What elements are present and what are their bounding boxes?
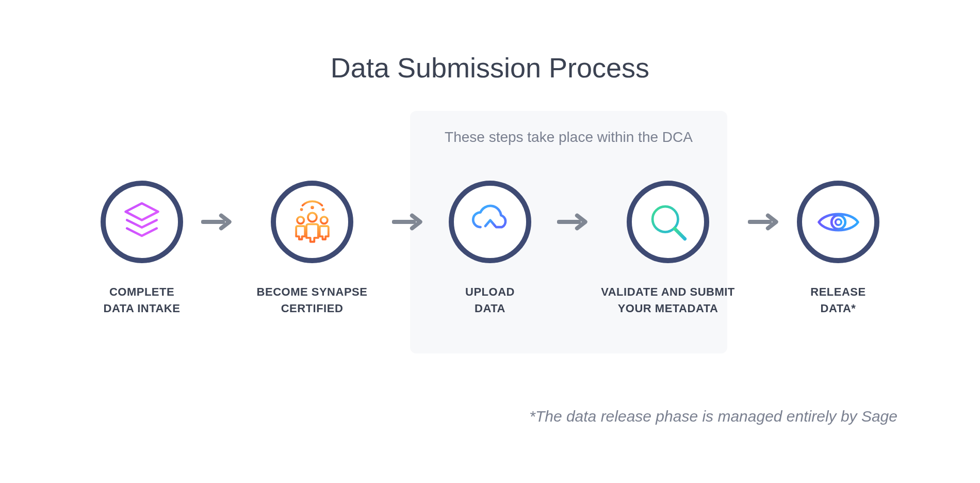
step-complete-data-intake: COMPLETE DATA INTAKE <box>83 181 201 317</box>
magnify-plus-icon <box>644 198 693 247</box>
arrow-icon <box>557 181 588 263</box>
step-label: RELEASE DATA* <box>810 284 865 317</box>
step-upload-data: UPLOAD DATA <box>423 181 557 317</box>
step-circle <box>101 181 183 263</box>
step-label: UPLOAD DATA <box>465 284 515 317</box>
arrow-icon <box>201 181 232 263</box>
people-icon <box>288 198 337 247</box>
step-label: COMPLETE DATA INTAKE <box>104 284 181 317</box>
layers-icon <box>119 199 165 245</box>
step-label: BECOME SYNAPSE CERTIFIED <box>257 284 368 317</box>
svg-point-2 <box>300 207 303 211</box>
svg-point-16 <box>835 219 841 224</box>
arrow-icon <box>748 181 779 263</box>
step-circle <box>271 181 353 263</box>
step-circle <box>797 181 879 263</box>
svg-point-1 <box>311 205 314 209</box>
process-flow: COMPLETE DATA INTAKE <box>0 181 980 317</box>
cloud-upload-icon <box>466 198 515 247</box>
step-circle <box>449 181 531 263</box>
eye-icon <box>814 198 863 247</box>
dca-caption: These steps take place within the DCA <box>410 129 727 146</box>
svg-line-13 <box>674 228 684 238</box>
svg-point-5 <box>297 217 304 223</box>
svg-point-4 <box>307 213 316 221</box>
svg-point-6 <box>320 217 327 223</box>
arrow-icon <box>392 181 423 263</box>
step-label: VALIDATE AND SUBMIT YOUR METADATA <box>601 284 735 317</box>
step-validate-submit-metadata: VALIDATE AND SUBMIT YOUR METADATA <box>588 181 748 317</box>
step-circle <box>627 181 709 263</box>
step-release-data: RELEASE DATA* <box>779 181 897 317</box>
step-become-synapse-certified: BECOME SYNAPSE CERTIFIED <box>232 181 392 317</box>
svg-point-3 <box>321 207 324 211</box>
diagram-page: Data Submission Process These steps take… <box>0 0 980 483</box>
footnote: *The data release phase is managed entir… <box>529 408 897 425</box>
diagram-title: Data Submission Process <box>0 52 980 84</box>
svg-point-15 <box>831 215 845 229</box>
